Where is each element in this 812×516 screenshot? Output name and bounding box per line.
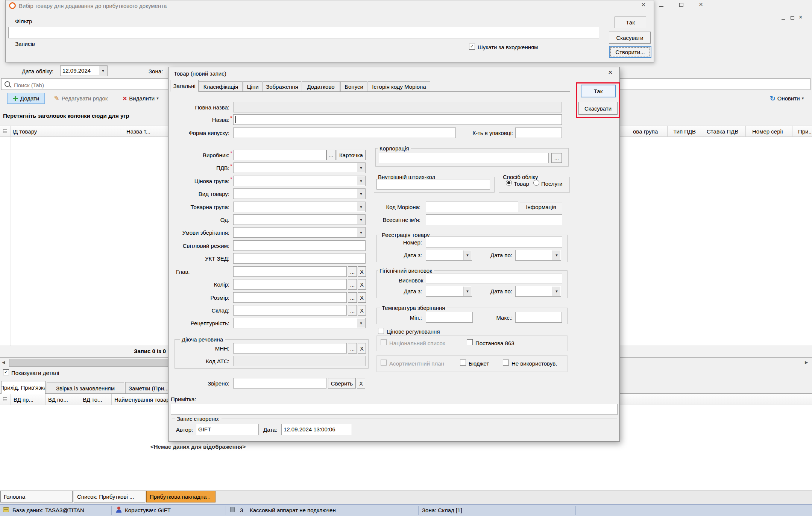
child-restore-icon[interactable] (791, 16, 794, 20)
tab-additional[interactable]: Додатково (302, 81, 340, 91)
glav-clear-button[interactable]: X (358, 266, 366, 277)
verify-button[interactable]: Сверить (328, 378, 356, 389)
mnn-clear-button[interactable]: X (358, 343, 366, 354)
tab-bonuses[interactable]: Бонуси (340, 81, 367, 91)
vat-combo[interactable]: ▾ (233, 162, 366, 173)
detail-column-vd-pr[interactable]: ВД пр... (14, 396, 33, 403)
edit-row-button[interactable]: ✎ Редагувати рядок (47, 93, 114, 104)
child-close-icon[interactable]: × (799, 14, 802, 21)
ukt-zed-input[interactable] (233, 253, 366, 264)
hygiene-date-from-combo[interactable]: ▾ (426, 286, 472, 297)
goods-radio[interactable] (506, 180, 512, 186)
corporation-browse-button[interactable]: ... (551, 153, 562, 163)
manufacturer-card-button[interactable]: Карточка (337, 150, 366, 160)
color-clear-button[interactable]: X (358, 279, 366, 290)
information-button[interactable]: Інформація (520, 202, 562, 212)
tab-general[interactable]: Загальні (170, 80, 199, 92)
column-header-price-group[interactable]: ова група (633, 128, 658, 135)
mnn-input[interactable] (233, 343, 347, 354)
registration-date-to-combo[interactable]: ▾ (515, 250, 561, 261)
world-name-input[interactable] (426, 214, 562, 225)
product-type-combo[interactable]: ▾ (233, 188, 366, 199)
tab-prices[interactable]: Ціни (243, 81, 263, 91)
temp-min-input[interactable] (426, 312, 473, 323)
search-by-occurrence-checkbox[interactable]: ✓ (469, 44, 475, 50)
prescription-combo[interactable]: ▾ (233, 318, 366, 328)
column-header-pri[interactable]: При... (798, 128, 812, 135)
detail-column-product-name[interactable]: Найменування товару (114, 396, 172, 403)
tab-main[interactable]: Головна (0, 491, 73, 502)
size-input[interactable] (233, 292, 347, 303)
filter-ok-button[interactable]: Так (615, 17, 646, 28)
budget-checkbox[interactable] (460, 360, 466, 366)
pack-qty-input[interactable] (515, 127, 562, 138)
warehouse-clear-button[interactable]: X (358, 305, 366, 316)
filter-dialog-close-icon[interactable]: × (641, 0, 646, 9)
column-header-vat-type[interactable]: Тип ПДВ (673, 128, 696, 135)
verify-clear-button[interactable]: X (357, 378, 365, 389)
verified-input[interactable] (233, 378, 326, 389)
column-header-serial[interactable]: Номер серії (752, 128, 783, 135)
scroll-right-icon[interactable]: ▶ (805, 360, 808, 365)
registration-date-from-combo[interactable]: ▾ (426, 250, 472, 261)
refresh-button[interactable]: ↻ Оновити ▾ (763, 93, 811, 104)
filter-cancel-button[interactable]: Скасувати (609, 32, 651, 44)
delete-button[interactable]: × Видалити ▾ (117, 93, 165, 104)
child-minimize-icon[interactable] (782, 19, 785, 20)
tab-income-invoice[interactable]: Прибуткова накладна . (146, 491, 216, 502)
detail-column-vd-to[interactable]: ВД то... (83, 396, 102, 403)
tab-morion-history[interactable]: Історія коду Моріона (368, 81, 430, 91)
conclusion-input[interactable] (426, 273, 562, 284)
morion-code-input[interactable] (426, 202, 518, 212)
tab-classification[interactable]: Класифікація (199, 81, 243, 91)
product-dialog-close-icon[interactable]: × (608, 68, 613, 77)
barcode-input[interactable] (376, 179, 490, 190)
warehouse-browse-button[interactable]: ... (348, 305, 357, 316)
filter-input[interactable] (8, 27, 599, 38)
glav-browse-button[interactable]: ... (348, 266, 357, 277)
registration-number-input[interactable] (426, 237, 562, 247)
temp-max-input[interactable] (515, 312, 562, 323)
unit-combo[interactable]: ▾ (233, 214, 366, 225)
minimize-icon[interactable] (659, 6, 663, 7)
resolution-863-checkbox[interactable] (467, 339, 473, 345)
name-input[interactable] (233, 114, 562, 125)
tab-income-list[interactable]: Список: Прибуткові ... (74, 491, 145, 502)
color-browse-button[interactable]: ... (348, 279, 357, 290)
accounting-date-combo[interactable]: 12.09.2024 ▾ (60, 65, 108, 76)
column-header-name[interactable]: Назва т... (126, 128, 150, 135)
services-radio[interactable] (533, 180, 539, 186)
note-input[interactable] (171, 404, 618, 415)
manufacturer-input[interactable] (233, 150, 326, 160)
storage-conditions-combo[interactable]: ▾ (233, 227, 366, 238)
product-ok-button[interactable]: Так (581, 85, 616, 97)
tab-order-check[interactable]: Звірка із замовленням (47, 382, 124, 394)
filter-create-button[interactable]: Створити... (609, 46, 651, 58)
corporation-input[interactable] (379, 153, 549, 163)
tab-images[interactable]: Зображення (263, 81, 301, 91)
restore-icon[interactable] (679, 3, 683, 7)
hygiene-date-to-combo[interactable]: ▾ (515, 286, 561, 297)
column-header-vat-rate[interactable]: Ставка ПДВ (707, 128, 738, 135)
scroll-left-icon[interactable]: ◀ (2, 360, 5, 365)
tab-receipt-bindings[interactable]: Прихід. Прив'язки (1, 381, 46, 394)
mnn-browse-button[interactable]: ... (348, 343, 357, 354)
size-clear-button[interactable]: X (358, 292, 366, 303)
product-group-combo[interactable]: ▾ (233, 202, 366, 212)
size-browse-button[interactable]: ... (348, 292, 357, 303)
price-regulation-checkbox[interactable] (378, 328, 384, 334)
product-cancel-button[interactable]: Скасувати (578, 102, 618, 115)
show-details-checkbox[interactable]: ✓ (3, 369, 9, 375)
price-group-combo[interactable]: ▾ (233, 176, 366, 186)
release-form-input[interactable] (233, 127, 456, 138)
color-input[interactable] (233, 279, 347, 290)
add-button[interactable]: Додати (7, 93, 45, 104)
not-used-checkbox[interactable] (503, 360, 509, 366)
detail-column-vd-po[interactable]: ВД по... (48, 396, 68, 403)
close-icon[interactable]: × (699, 0, 703, 9)
column-header-id[interactable]: ІД товару (12, 128, 37, 135)
tab-notes[interactable]: Заметки (При... (125, 382, 168, 394)
glav-input[interactable] (233, 266, 347, 277)
warehouse-input[interactable] (233, 305, 347, 316)
light-mode-input[interactable] (233, 240, 366, 251)
